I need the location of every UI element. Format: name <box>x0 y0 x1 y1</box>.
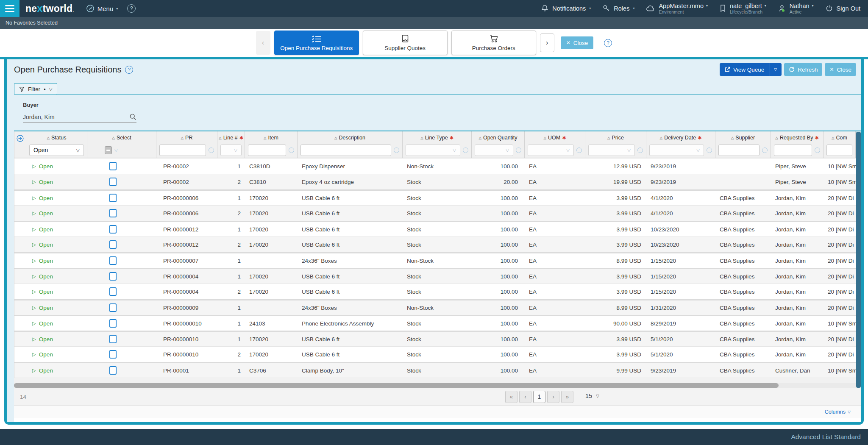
tab-close-button[interactable]: ✕ Close <box>561 36 594 49</box>
filter-circle-icon[interactable] <box>707 147 712 153</box>
first-page-button[interactable]: « <box>505 391 517 403</box>
previous-page-button[interactable]: ‹ <box>519 391 531 403</box>
column-price[interactable]: △Price▽ <box>585 131 646 158</box>
column-filter-select[interactable]: ▽ <box>406 145 460 156</box>
table-row[interactable]: ▷OpenPR-000000042170020USB Cable 6 ftSto… <box>14 284 856 299</box>
notifications-button[interactable]: Notifications ▾ <box>541 4 591 12</box>
expand-row-icon[interactable]: ▷ <box>32 242 36 248</box>
row-checkbox[interactable] <box>109 335 117 343</box>
status-filter-dropdown[interactable]: Open▽ <box>29 145 84 156</box>
expand-row-icon[interactable]: ▷ <box>32 289 36 295</box>
column-company[interactable]: △Com <box>823 131 856 158</box>
row-checkbox[interactable] <box>109 366 117 375</box>
filter-circle-icon[interactable] <box>289 147 294 153</box>
column-description[interactable]: △Description <box>298 131 403 158</box>
cell-status[interactable]: ▷Open <box>26 269 87 284</box>
sort-icon[interactable]: △ <box>607 136 610 140</box>
column-status[interactable]: △StatusOpen▽ <box>26 131 87 158</box>
column-filter-select[interactable]: ▽ <box>220 145 242 156</box>
menu-button[interactable]: Menu ▾ <box>86 4 118 13</box>
column-header-label[interactable] <box>14 131 26 142</box>
column-delivery_date[interactable]: △Delivery Date✱▽ <box>646 131 715 158</box>
refresh-button[interactable]: Refresh <box>784 63 822 76</box>
hamburger-menu-icon[interactable] <box>0 0 19 17</box>
tab-help-icon[interactable]: ? <box>604 39 612 47</box>
tabs-scroll-right-button[interactable]: › <box>540 33 554 52</box>
expand-row-icon[interactable]: ▷ <box>32 210 36 216</box>
current-page-button[interactable]: 1 <box>533 391 545 403</box>
table-row[interactable]: ▷OpenPR-00000007124x36" BoxesNon-Stock10… <box>14 252 856 268</box>
table-row[interactable]: ▷OpenPR-00000009124x36" BoxesNon-Stock10… <box>14 299 856 315</box>
row-checkbox[interactable] <box>109 303 117 312</box>
column-line_type[interactable]: △Line Type✱▽ <box>403 131 472 158</box>
user-menu[interactable]: Nathan▾ Active <box>778 3 814 15</box>
filter-circle-icon[interactable] <box>209 147 214 153</box>
table-row[interactable]: ▷OpenPR-000000062170020USB Cable 6 ftSto… <box>14 205 856 221</box>
sort-icon[interactable]: △ <box>219 136 222 140</box>
row-checkbox[interactable] <box>109 225 117 234</box>
cell-status[interactable]: ▷Open <box>26 159 87 174</box>
next-page-button[interactable]: › <box>547 391 559 403</box>
column-filter-input[interactable] <box>248 145 286 156</box>
row-checkbox[interactable] <box>109 272 117 281</box>
column-header-label[interactable]: △Select <box>87 131 156 142</box>
table-row[interactable]: ▷OpenPR-000000010124103Phone Electronics… <box>14 315 856 331</box>
expand-all-icon[interactable] <box>17 135 24 142</box>
column-filter-input[interactable] <box>718 145 760 156</box>
expand-row-icon[interactable]: ▷ <box>32 273 36 279</box>
column-filter-select[interactable]: ▽ <box>475 145 513 156</box>
column-filter-input[interactable] <box>826 145 852 156</box>
cell-status[interactable]: ▷Open <box>26 284 87 299</box>
sort-icon[interactable]: △ <box>544 136 547 140</box>
cell-status[interactable]: ▷Open <box>26 206 87 221</box>
buyer-filter-input[interactable]: Jordan, Kim <box>23 113 136 123</box>
sort-icon[interactable]: △ <box>334 136 337 140</box>
row-checkbox[interactable] <box>109 287 117 296</box>
column-requested_by[interactable]: △Requested By✱ <box>771 131 823 158</box>
cell-status[interactable]: ▷Open <box>26 222 87 236</box>
column-filter-select[interactable]: ▽ <box>588 145 635 156</box>
sort-icon[interactable]: △ <box>832 136 835 140</box>
column-header-label[interactable]: △Com <box>823 131 855 142</box>
expand-row-icon[interactable]: ▷ <box>32 336 36 342</box>
sort-icon[interactable]: △ <box>775 136 778 140</box>
sort-icon[interactable]: △ <box>264 136 267 140</box>
column-header-label[interactable]: △Price <box>585 131 646 142</box>
column-line[interactable]: △Line #✱▽ <box>217 131 245 158</box>
expand-row-icon[interactable]: ▷ <box>32 258 36 264</box>
column-uom[interactable]: △UOM✱▽ <box>525 131 585 158</box>
row-checkbox[interactable] <box>109 194 117 202</box>
expand-row-icon[interactable]: ▷ <box>32 305 36 311</box>
column-item[interactable]: △Item <box>245 131 298 158</box>
horizontal-scrollbar-thumb[interactable] <box>14 383 779 388</box>
table-row[interactable]: ▷OpenPR-000000101170020USB Cable 6 ftSto… <box>14 331 856 346</box>
filter-circle-icon[interactable] <box>637 147 643 153</box>
table-row[interactable]: ▷OpenPR-000000121170020USB Cable 6 ftSto… <box>14 221 856 236</box>
column-expand[interactable] <box>14 131 26 158</box>
view-queue-button[interactable]: View Queue ▽ <box>720 63 782 76</box>
column-header-label[interactable]: △Status <box>26 131 87 142</box>
tab-purchase-orders[interactable]: Purchase Orders <box>451 31 536 55</box>
column-pr[interactable]: △PR <box>156 131 217 158</box>
expand-row-icon[interactable]: ▷ <box>32 163 36 169</box>
table-row[interactable]: ▷OpenPR-000000061170020USB Cable 6 ftSto… <box>14 189 856 205</box>
expand-row-icon[interactable]: ▷ <box>32 367 36 373</box>
table-row[interactable]: ▷OpenPR-000000122170020USB Cable 6 ftSto… <box>14 236 856 252</box>
filter-circle-icon[interactable] <box>815 147 820 153</box>
cell-status[interactable]: ▷Open <box>26 253 87 268</box>
sort-icon[interactable]: △ <box>181 136 184 140</box>
row-checkbox[interactable] <box>109 350 117 359</box>
row-checkbox[interactable] <box>109 209 117 217</box>
cell-status[interactable]: ▷Open <box>26 332 87 346</box>
filter-circle-icon[interactable] <box>762 147 768 153</box>
expand-row-icon[interactable]: ▷ <box>32 195 36 201</box>
column-filter-input[interactable] <box>159 145 206 156</box>
column-filter-input[interactable] <box>300 145 391 156</box>
select-dropdown-icon[interactable]: ▽ <box>114 148 118 153</box>
table-row[interactable]: ▷OpenPR-000022C3810Epoxy 4 oz cartridgeS… <box>14 174 856 189</box>
cell-status[interactable]: ▷Open <box>26 316 87 331</box>
filter-circle-icon[interactable] <box>576 147 582 153</box>
column-header-label[interactable]: △Open Quantity <box>472 131 524 142</box>
filter-button[interactable]: Filter ● ▽ <box>14 83 57 95</box>
column-header-label[interactable]: △Description <box>298 131 402 142</box>
